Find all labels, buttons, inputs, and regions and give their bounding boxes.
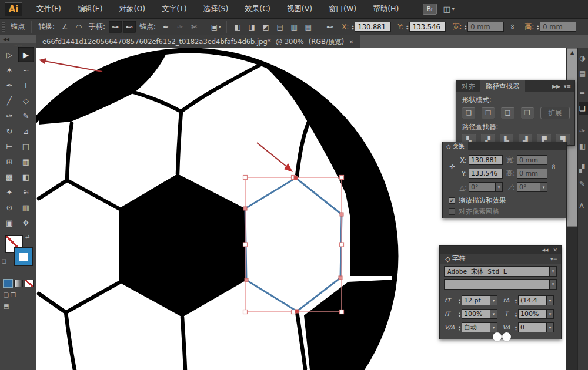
dock-gradient-icon[interactable]: ◧: [579, 140, 588, 153]
tool-line-segment[interactable]: ╱: [2, 93, 18, 108]
tool-eyedropper[interactable]: ✦: [2, 184, 18, 200]
menu-file[interactable]: 文件(F): [28, 0, 69, 19]
menu-edit[interactable]: 编辑(E): [69, 0, 111, 19]
shear-input[interactable]: 0°: [517, 182, 540, 192]
chevron-down-icon[interactable]: ▾: [490, 309, 497, 319]
tool-shape-builder[interactable]: ⊞: [2, 154, 18, 169]
unite-button[interactable]: ❏: [462, 107, 475, 119]
tool-hand[interactable]: ✥: [18, 215, 34, 230]
font-style-select[interactable]: - ▾: [444, 279, 557, 290]
remove-anchor-button[interactable]: ✒: [159, 21, 172, 33]
isolate-selection-button[interactable]: ▣ ▾: [209, 21, 222, 33]
dock-appearance-icon[interactable]: ✎: [579, 177, 588, 190]
tool-rotate[interactable]: ↻: [2, 123, 18, 139]
x-stepper[interactable]: ▴▾: [352, 24, 353, 30]
scale-strokes-checkbox[interactable]: ✔: [449, 197, 455, 204]
tool-lasso[interactable]: ∽: [18, 62, 34, 78]
draw-normal-button[interactable]: ❏: [4, 292, 9, 298]
link-dimensions-icon[interactable]: ∞: [507, 21, 519, 33]
add-anchor-button[interactable]: ✑: [173, 21, 186, 33]
x-input[interactable]: 130.881: [355, 22, 391, 32]
color-button[interactable]: [4, 280, 12, 287]
tool-width[interactable]: ⊢: [2, 139, 18, 154]
horizontal-scale-input[interactable]: 100%: [518, 309, 546, 319]
leading-stepper[interactable]: ▴▾: [515, 298, 517, 304]
intersect-button[interactable]: ❑: [501, 107, 514, 119]
link-proportions-icon[interactable]: ∞: [550, 160, 558, 173]
convert-to-corner-button[interactable]: ∠: [58, 21, 71, 33]
chevron-down-icon[interactable]: ▾: [546, 309, 554, 319]
y-stepper[interactable]: ▴▾: [406, 24, 408, 30]
transform-width-input[interactable]: 0 mm: [517, 155, 547, 165]
panel-menu-icon[interactable]: ▾≡: [564, 83, 571, 89]
tool-direct-selection[interactable]: ▷: [2, 47, 18, 62]
tool-shape[interactable]: ◇: [18, 93, 34, 108]
menu-object[interactable]: 对象(O): [111, 0, 154, 19]
bridge-button[interactable]: Br: [423, 4, 437, 15]
y-input[interactable]: 133.546: [409, 22, 446, 32]
workspace-switcher-button[interactable]: ◫ ▾: [443, 5, 454, 14]
menu-help[interactable]: 帮助(H): [365, 0, 407, 19]
height-stepper[interactable]: ▴▾: [537, 24, 539, 30]
show-handles-button[interactable]: ⊶: [109, 21, 122, 33]
dock-transparency-icon[interactable]: ▞: [579, 162, 588, 175]
font-size-input[interactable]: 12 pt: [462, 295, 490, 305]
align-bottom-button[interactable]: ▦: [302, 21, 315, 33]
none-button[interactable]: [25, 280, 34, 287]
tracking-input[interactable]: 0: [518, 322, 546, 332]
close-panel-icon[interactable]: ✕: [553, 247, 557, 253]
transform-height-input[interactable]: 0 mm: [517, 169, 547, 179]
toolbar-collapse-button[interactable]: ◀◀: [0, 35, 36, 43]
align-pixel-grid-checkbox[interactable]: [449, 208, 455, 215]
minus-front-button[interactable]: ❐: [482, 107, 495, 119]
tool-symbol-sprayer[interactable]: ⊙: [2, 200, 18, 215]
chevron-down-icon[interactable]: ▾: [490, 295, 497, 305]
kerning-stepper[interactable]: ▴▾: [459, 325, 460, 331]
height-input[interactable]: 0 mm: [540, 22, 576, 32]
menu-effect[interactable]: 效果(C): [236, 0, 278, 19]
tool-scale[interactable]: ⊿: [18, 123, 34, 139]
menu-select[interactable]: 选择(S): [195, 0, 237, 19]
tool-pen[interactable]: ✒: [2, 78, 18, 93]
reference-point-icon[interactable]: ✛: [446, 163, 457, 171]
chevron-down-icon[interactable]: ▾: [546, 322, 554, 332]
dock-character-icon[interactable]: A: [579, 200, 588, 213]
hide-handles-button[interactable]: ⊷: [123, 21, 136, 33]
chevron-down-icon[interactable]: ▾: [546, 295, 554, 305]
dock-pathfinder-icon[interactable]: ❏: [579, 102, 588, 115]
dock-collapse-icon[interactable]: ◀◀: [542, 248, 549, 253]
tool-blend[interactable]: ≋: [18, 184, 34, 200]
expand-button[interactable]: 扩展: [540, 107, 570, 119]
width-input[interactable]: 0 mm: [467, 22, 504, 32]
panel-expand-icon[interactable]: ▶▶: [552, 83, 560, 89]
vertical-scale-input[interactable]: 100%: [462, 309, 490, 319]
stroke-swatch[interactable]: [15, 248, 32, 265]
align-center-button[interactable]: ◨: [245, 21, 258, 33]
menu-type[interactable]: 文字(T): [153, 0, 195, 19]
tool-graph[interactable]: ▥: [18, 200, 34, 215]
dock-color-icon[interactable]: ◑: [579, 52, 588, 65]
shear-dropdown-icon[interactable]: ▾: [540, 182, 547, 192]
tab-align[interactable]: 对齐: [456, 80, 480, 92]
menu-view[interactable]: 视图(V): [279, 0, 320, 19]
tab-transform[interactable]: ◇ 变换: [443, 142, 468, 150]
menu-window[interactable]: 窗口(W): [320, 0, 365, 19]
tool-gradient[interactable]: ◧: [18, 169, 34, 184]
align-middle-button[interactable]: ▥: [288, 21, 300, 33]
tool-magic-wand[interactable]: ✶: [2, 62, 18, 78]
rotate-input[interactable]: 0°: [469, 182, 495, 192]
leading-input[interactable]: (14.4: [518, 295, 546, 305]
horizontal-scale-stepper[interactable]: ▴▾: [515, 311, 517, 317]
tool-mesh[interactable]: ▩: [2, 169, 18, 184]
align-top-button[interactable]: ▤: [273, 21, 286, 33]
screen-mode-button[interactable]: ⬒: [4, 303, 9, 310]
controlbar-grip[interactable]: [2, 22, 5, 32]
cut-path-button[interactable]: ✄: [188, 21, 201, 33]
width-stepper[interactable]: ▴▾: [465, 24, 466, 30]
gradient-button[interactable]: [14, 280, 23, 287]
panel-menu-icon[interactable]: ▾≡: [550, 256, 557, 262]
tool-pencil[interactable]: ✎: [18, 108, 34, 123]
rotate-dropdown-icon[interactable]: ▾: [495, 182, 503, 192]
kerning-input[interactable]: 自动: [462, 322, 490, 332]
document-tab[interactable]: e66fd1441d12e0566470857602ef6152_t0182a3…: [36, 35, 360, 48]
